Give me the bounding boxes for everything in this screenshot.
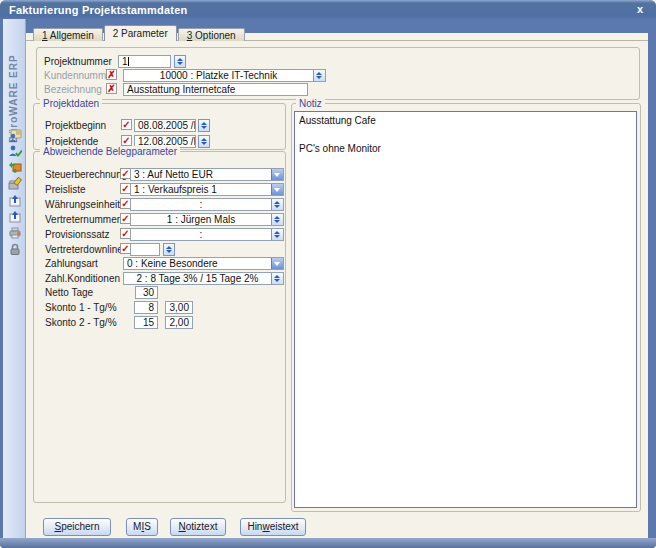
chevron-down-icon <box>274 173 280 177</box>
mis-button[interactable]: MIS <box>126 518 158 536</box>
nettotage-row: Netto Tage 30 <box>34 286 285 300</box>
zahlkonditionen-spinner[interactable] <box>271 273 283 284</box>
contact-check-icon[interactable] <box>8 144 22 158</box>
spin-up-icon <box>316 72 322 75</box>
notiz-group: Notiz Ausstattung Cafe PC's ohne Monitor <box>291 103 641 512</box>
projektbeginn-spinner[interactable] <box>198 119 210 132</box>
belegparameter-caption: Abweichende Belegparameter <box>40 146 180 157</box>
spin-up-icon <box>274 231 280 234</box>
close-icon[interactable]: x <box>637 3 643 15</box>
tab-parameter[interactable]: 2 Parameter <box>104 25 177 41</box>
dropdown-button[interactable] <box>271 169 283 180</box>
projektnummer-label: Projektnummer <box>44 56 112 67</box>
vertreternummer-spinner[interactable] <box>271 214 283 225</box>
hinweistext-button[interactable]: Hinweistext <box>240 518 306 536</box>
spin-down-icon <box>177 62 183 65</box>
projektbeginn-label: Projektbeginn <box>45 120 106 131</box>
spin-up-icon <box>177 58 183 61</box>
projektende-spinner[interactable] <box>198 135 210 148</box>
kundennummer-input[interactable]: 10000 : Platzke IT-Technik <box>123 69 326 82</box>
tab-page-parameter: Projektnummer 1 Kundennummer ✗ 10000 : P… <box>26 33 648 538</box>
preisliste-label: Preisliste <box>45 184 86 195</box>
zahlungsart-select[interactable]: 0 : Keine Besondere <box>123 257 284 270</box>
spin-up-icon <box>201 138 207 141</box>
nettotage-label: Netto Tage <box>45 287 93 298</box>
chevron-down-icon <box>274 188 280 192</box>
tab-optionen[interactable]: 3 Optionen <box>178 28 245 41</box>
waehrungseinheit-row: Währungseinheit ✓ : <box>34 198 285 212</box>
spin-down-icon <box>274 235 280 238</box>
spin-up-icon <box>166 246 172 249</box>
vertreternummer-row: Vertreternummer ✓ 1 : Jürgen Mals <box>34 213 285 227</box>
vertreterdownline-input[interactable] <box>130 243 160 256</box>
zahlungsart-label: Zahlungsart <box>45 258 98 269</box>
bezeichnung-row: Bezeichnung ✗ Ausstattung Internetcafe <box>37 83 639 97</box>
lock-icon[interactable] <box>8 242 22 256</box>
projektnummer-spinner[interactable] <box>174 55 186 68</box>
preisliste-select[interactable]: 1 : Verkaufspreis 1 <box>130 183 284 196</box>
zahlkonditionen-input[interactable]: 2 : 8 Tage 3% / 15 Tage 2% <box>123 272 284 285</box>
skonto2-tage-input[interactable]: 15 <box>134 316 158 329</box>
window-title: Fakturierung Projektstammdaten <box>9 4 187 16</box>
waehrungseinheit-input[interactable]: : <box>130 198 284 211</box>
tab-allgemein[interactable]: 1 Allgemein <box>33 28 103 41</box>
zahlkonditionen-label: Zahl.Konditionen <box>45 273 120 284</box>
chevron-down-icon <box>274 262 280 266</box>
kundennummer-spinner[interactable] <box>313 70 325 81</box>
window-bottom-frame <box>0 538 656 548</box>
spin-down-icon <box>166 250 172 253</box>
spin-down-icon <box>274 279 280 282</box>
preisliste-row: Preisliste ✓ 1 : Verkaufspreis 1 <box>34 183 285 197</box>
tab-bar: 1 Allgemein 2 Parameter 3 Optionen <box>33 25 246 41</box>
spin-down-icon <box>274 205 280 208</box>
waehrungseinheit-spinner[interactable] <box>271 199 283 210</box>
skonto1-tage-input[interactable]: 8 <box>134 301 158 314</box>
kundennummer-checkbox[interactable]: ✗ <box>106 69 117 80</box>
steuerberechnung-row: Steuerberechnung ✓ 3 : Auf Netto EUR <box>34 168 285 182</box>
belegparameter-group: Abweichende Belegparameter Steuerberechn… <box>33 151 286 503</box>
provisionssatz-input[interactable]: : <box>130 228 284 241</box>
spin-up-icon <box>201 122 207 125</box>
bezeichnung-checkbox[interactable]: ✗ <box>106 83 117 94</box>
steuerberechnung-select[interactable]: 3 : Auf Netto EUR <box>130 168 284 181</box>
bezeichnung-input[interactable]: Ausstattung Internetcafe <box>123 83 308 96</box>
vertreterdownline-row: Vertreterdownline ✓ <box>34 243 285 257</box>
export-document-icon-2[interactable] <box>8 210 22 224</box>
zahlungsart-row: Zahlungsart 0 : Keine Besondere <box>34 257 285 271</box>
address-card-icon[interactable] <box>8 128 22 142</box>
header-group: Projektnummer 1 Kundennummer ✗ 10000 : P… <box>36 47 640 100</box>
spin-down-icon <box>201 126 207 129</box>
notiz-textarea[interactable]: Ausstattung Cafe PC's ohne Monitor <box>294 111 637 508</box>
package-edit-icon[interactable] <box>8 176 22 190</box>
projektbeginn-checkbox[interactable]: ✓ <box>121 119 132 130</box>
projektbeginn-input[interactable]: 08.08.2005 /Mo <box>134 119 196 132</box>
provisionssatz-spinner[interactable] <box>271 229 283 240</box>
sidebar: BüroWARE ERP <box>3 19 26 538</box>
notiztext-button[interactable]: Notiztext <box>170 518 226 536</box>
spin-up-icon <box>274 216 280 219</box>
projektnummer-row: Projektnummer 1 <box>37 55 639 69</box>
zahlkonditionen-row: Zahl.Konditionen 2 : 8 Tage 3% / 15 Tage… <box>34 272 285 286</box>
projektende-checkbox[interactable]: ✓ <box>121 135 132 146</box>
printer-icon[interactable] <box>8 226 22 240</box>
speichern-button[interactable]: Speichern <box>43 518 111 536</box>
nettotage-input[interactable]: 30 <box>135 286 158 299</box>
bezeichnung-label: Bezeichnung <box>44 84 102 95</box>
skonto2-prozent-input[interactable]: 2,00 <box>165 316 193 329</box>
vertreternummer-label: Vertreternummer <box>45 214 120 225</box>
provisionssatz-label: Provisionssatz <box>45 229 109 240</box>
projektbeginn-row: Projektbeginn ✓ 08.08.2005 /Mo <box>34 119 285 133</box>
sync-package-icon[interactable] <box>8 160 22 174</box>
steuerberechnung-label: Steuerberechnung <box>45 169 127 180</box>
dropdown-button[interactable] <box>271 184 283 195</box>
dropdown-button[interactable] <box>271 258 283 269</box>
skonto1-label: Skonto 1 - Tg/% <box>45 302 117 313</box>
projektnummer-input[interactable]: 1 <box>118 55 171 68</box>
vertreterdownline-label: Vertreterdownline <box>45 244 123 255</box>
vertreternummer-input[interactable]: 1 : Jürgen Mals <box>130 213 284 226</box>
vertreterdownline-spinner[interactable] <box>163 243 175 256</box>
spin-down-icon <box>201 142 207 145</box>
skonto1-prozent-input[interactable]: 3,00 <box>165 301 193 314</box>
export-document-icon[interactable] <box>8 194 22 208</box>
notiz-caption: Notiz <box>296 98 325 109</box>
